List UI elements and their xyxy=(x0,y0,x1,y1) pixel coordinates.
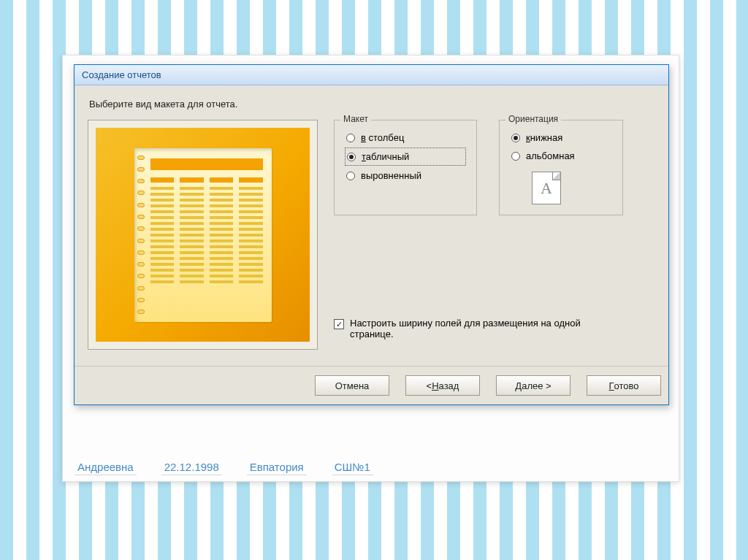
back-button[interactable]: < Назад xyxy=(405,375,480,396)
page-orientation-icon: A xyxy=(532,172,561,204)
slide-card: Андреевна 22.12.1998 Евпатория СШ№1 Созд… xyxy=(62,55,679,482)
dialog-titlebar[interactable]: Создание отчетов xyxy=(75,65,668,85)
orientation-legend: Ориентация xyxy=(505,114,561,124)
radio-layout-columnar[interactable]: в в столбецстолбец xyxy=(345,129,466,146)
radio-layout-justified[interactable]: выровненный xyxy=(345,167,466,184)
bg-cell: Андреевна xyxy=(75,459,137,475)
radio-icon xyxy=(347,153,356,161)
background-table-row: Андреевна 22.12.1998 Евпатория СШ№1 xyxy=(75,459,373,475)
bg-cell: СШ№1 xyxy=(332,459,373,475)
cancel-button[interactable]: Отмена xyxy=(315,375,389,396)
radio-icon xyxy=(346,172,355,180)
radio-layout-tabular[interactable]: табличный xyxy=(345,147,466,166)
layout-legend: Макет xyxy=(340,114,371,124)
radio-orientation-portrait[interactable]: книжная xyxy=(510,129,612,146)
radio-icon xyxy=(511,134,520,142)
orientation-groupbox: Ориентация книжная альбомная A xyxy=(499,120,623,215)
bg-cell: 22.12.1998 xyxy=(161,459,222,475)
preview-sheet-icon xyxy=(134,148,272,322)
instruction-text: Выберите вид макета для отчета. xyxy=(89,99,654,110)
checkbox-icon: ✓ xyxy=(334,319,344,329)
radio-icon xyxy=(346,134,355,142)
report-wizard-dialog: Создание отчетов Выберите вид макета для… xyxy=(74,64,669,405)
radio-label: табличный xyxy=(362,151,409,162)
fit-width-label: Настроить ширину полей для размещения на… xyxy=(350,318,597,340)
dialog-body: Выберите вид макета для отчета. xyxy=(75,85,668,356)
finish-button[interactable]: Готово xyxy=(587,375,661,396)
layout-groupbox: Макет в в столбецстолбец табличный xyxy=(334,120,477,215)
radio-label: выровненный xyxy=(361,170,421,181)
radio-label: альбомная xyxy=(526,150,575,161)
next-button[interactable]: Далее > xyxy=(496,375,570,396)
dialog-button-row: Отмена < Назад Далее > Готово xyxy=(75,366,668,404)
dialog-title: Создание отчетов xyxy=(82,69,161,80)
bg-cell: Евпатория xyxy=(247,459,307,475)
layout-preview xyxy=(88,120,318,350)
radio-label: в в столбецстолбец xyxy=(361,132,404,143)
radio-icon xyxy=(511,152,520,161)
fit-width-row[interactable]: ✓ Настроить ширину полей для размещения … xyxy=(334,318,597,340)
layout-preview-card xyxy=(96,128,310,342)
radio-label: книжная xyxy=(526,132,562,143)
radio-orientation-landscape[interactable]: альбомная xyxy=(510,147,612,164)
